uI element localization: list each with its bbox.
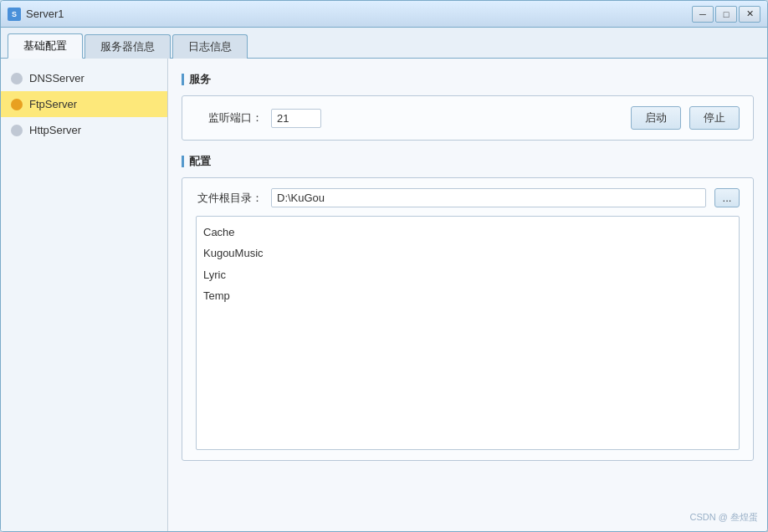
start-button[interactable]: 启动	[631, 106, 681, 130]
service-row: 监听端口： 启动 停止	[196, 106, 740, 130]
window-title: Server1	[26, 8, 64, 20]
browse-button[interactable]: ...	[714, 188, 740, 207]
svg-text:S: S	[12, 10, 17, 18]
sidebar-item-http[interactable]: HttpServer	[1, 117, 167, 143]
sidebar-dot-dns	[11, 73, 23, 84]
list-item: Temp	[202, 285, 734, 306]
close-button[interactable]: ✕	[739, 6, 760, 23]
tab-bar: 基础配置 服务器信息 日志信息	[1, 28, 767, 59]
tab-basic[interactable]: 基础配置	[8, 33, 83, 59]
sidebar-item-ftp[interactable]: FtpServer	[1, 91, 167, 117]
list-item: Cache	[202, 222, 734, 243]
sidebar-label-http: HttpServer	[29, 124, 81, 136]
list-item: Lyric	[202, 264, 734, 285]
list-item: KugouMusic	[202, 243, 734, 263]
file-list: Cache KugouMusic Lyric Temp	[196, 216, 740, 450]
sidebar-dot-http	[11, 125, 23, 136]
sidebar-dot-ftp	[11, 99, 23, 110]
tab-log[interactable]: 日志信息	[172, 34, 248, 59]
watermark: CSDN @ 叁煌蛋	[690, 511, 758, 524]
path-label: 文件根目录：	[196, 191, 263, 206]
tab-server-info[interactable]: 服务器信息	[84, 34, 171, 59]
service-section: 服务 监听端口： 启动 停止	[182, 72, 754, 141]
sidebar-label-dns: DNSServer	[29, 72, 84, 84]
minimize-button[interactable]: ─	[692, 6, 714, 23]
maximize-button[interactable]: □	[715, 6, 737, 23]
sidebar: DNSServer FtpServer HttpServer	[1, 59, 168, 531]
main-window: S Server1 ─ □ ✕ 基础配置 服务器信息 日志信息	[0, 0, 768, 532]
config-section-box: 文件根目录： ... Cache KugouMusic Lyric Temp	[182, 177, 754, 461]
config-section-title: 配置	[182, 154, 754, 169]
title-bar-left: S Server1	[8, 8, 64, 21]
path-input[interactable]	[271, 188, 706, 207]
path-row: 文件根目录： ...	[196, 188, 740, 207]
app-icon: S	[8, 8, 21, 21]
sidebar-label-ftp: FtpServer	[29, 98, 77, 110]
title-bar: S Server1 ─ □ ✕	[1, 1, 767, 28]
config-section: 配置 文件根目录： ... Cache KugouMusic Lyric Tem…	[182, 154, 754, 461]
main-content: DNSServer FtpServer HttpServer 服务	[1, 59, 767, 531]
service-section-box: 监听端口： 启动 停止	[182, 95, 754, 141]
service-section-title: 服务	[182, 72, 754, 87]
window-controls: ─ □ ✕	[692, 6, 760, 23]
stop-button[interactable]: 停止	[689, 106, 740, 130]
sidebar-item-dns[interactable]: DNSServer	[1, 65, 167, 91]
port-label: 监听端口：	[196, 110, 263, 125]
content-panel: 服务 监听端口： 启动 停止 配置	[168, 59, 767, 531]
port-input[interactable]	[271, 109, 321, 128]
